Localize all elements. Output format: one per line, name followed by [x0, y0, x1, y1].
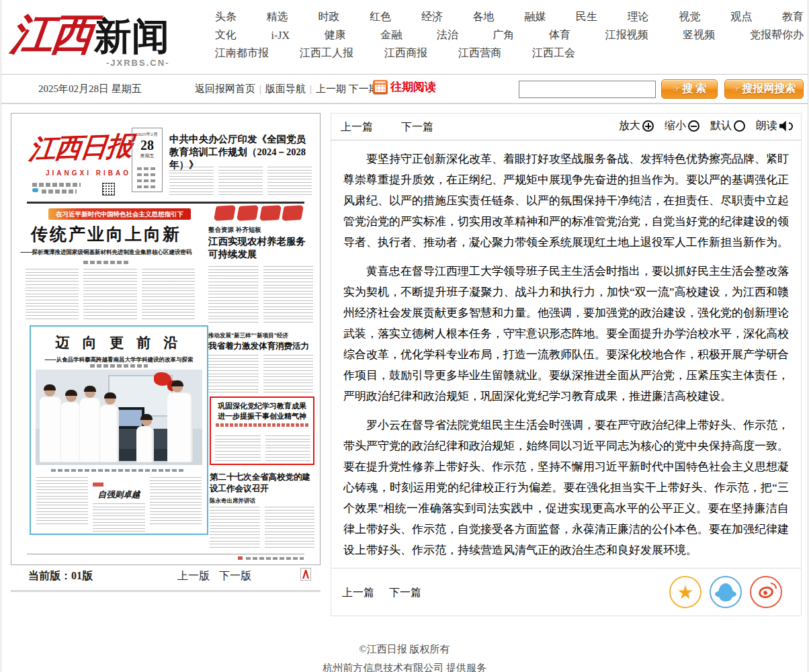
paper-top-headline: 中共中央办公厅印发《全国党员教育培训工作规划（2024－2028年）》	[169, 133, 312, 171]
nav-shizheng[interactable]: 时政	[318, 10, 339, 24]
prev-article-link[interactable]: 上一篇	[341, 120, 373, 134]
masthead-title: 江西日报	[28, 127, 134, 167]
feature-inner-headline: 自强则卓越	[93, 489, 144, 501]
nav-lilun[interactable]: 理论	[628, 10, 649, 24]
prev-article-link-bottom[interactable]: 上一篇	[342, 586, 374, 600]
nav-jiangxi-yingshang[interactable]: 江西营商	[458, 46, 501, 60]
archive-reading[interactable]: 往期阅读	[373, 79, 436, 95]
calendar-icon	[373, 80, 388, 94]
nav-jiaoyu[interactable]: 教育	[782, 10, 804, 24]
nav-row-3: 江南都市报 江西工人报 江西商报 江西营商 江西工会	[215, 44, 804, 62]
nav-jiangxi-gongrenbao[interactable]: 江西工人报	[300, 46, 353, 60]
archive-reading-link[interactable]: 往期阅读	[390, 79, 436, 95]
zoom-out-control[interactable]: 缩小	[665, 119, 699, 133]
red-label	[93, 482, 103, 487]
nav-jiangnan-dushibao[interactable]: 江南都市报	[215, 46, 269, 60]
back-home-link[interactable]: 返回报网首页	[195, 83, 255, 94]
default-size-control[interactable]: 默认	[710, 119, 745, 133]
nav-tiyu[interactable]: 体育	[549, 28, 570, 42]
search-button[interactable]: ☞ 搜 索	[661, 79, 718, 99]
nav-jiankang[interactable]: 健康	[325, 28, 346, 42]
nav-minsheng[interactable]: 民生	[576, 10, 597, 24]
nav-jiangxi-shangbao[interactable]: 江西商报	[384, 46, 427, 60]
next-article-link-bottom[interactable]: 下一篇	[389, 586, 421, 600]
paper-main-headline: 传统产业向上向新	[20, 223, 192, 245]
search-button-label: 搜 索	[682, 82, 706, 96]
nav-rongmei[interactable]: 融媒	[524, 10, 546, 24]
newspaper-page-image-frame: 江西日报 JIANGXI RIBAO 2025年2月 28 星期五 中共中央办公…	[11, 113, 321, 565]
qq-icon[interactable]	[710, 576, 742, 608]
separator: |	[310, 83, 312, 94]
date-box-small-text	[137, 167, 157, 170]
nav-jinrong[interactable]: 金融	[380, 28, 402, 42]
read-aloud-control[interactable]: 朗读	[756, 119, 793, 133]
pdf-icon[interactable]	[300, 568, 311, 581]
nav-shijue[interactable]: 视觉	[679, 10, 700, 24]
paper-credit-line	[246, 557, 304, 560]
nav-guandian[interactable]: 观点	[730, 10, 752, 24]
nav-jiangbao-video[interactable]: 江报视频	[605, 28, 648, 42]
nav-wenhua[interactable]: 文化	[215, 28, 237, 42]
speaker-icon	[779, 121, 793, 132]
default-size-label: 默认	[710, 119, 732, 133]
nav-jingxuan[interactable]: 精选	[267, 10, 288, 24]
faux-text-block	[215, 435, 310, 462]
article-paragraph: 黄喜忠在督导江西理工大学领导班子民主生活会时指出，要以抓好民主生活会整改落实为契…	[343, 261, 789, 407]
byline	[83, 261, 129, 264]
red-label	[238, 556, 243, 560]
nav-hongse[interactable]: 红色	[370, 10, 391, 24]
nav-jiangxi-gonghui[interactable]: 江西工会	[532, 46, 575, 60]
right-kicker: 整合资源 补齐短板	[208, 226, 261, 235]
qq-penguin-shape	[718, 583, 733, 601]
nav-row-1: 头条 精选 时政 红色 经济 各地 融媒 民生 理论 视觉 观点 教育	[215, 8, 804, 26]
photo-person	[61, 402, 81, 462]
masthead-date-box: 2025年2月 28 星期五	[132, 128, 163, 192]
search-input[interactable]	[519, 81, 656, 98]
feature-subtitle: ——从食品学科攀高跨越看南昌大学学科建设的改革与探索	[36, 356, 202, 364]
zoom-in-control[interactable]: 放大	[619, 119, 654, 133]
nav-gedi[interactable]: 各地	[473, 10, 495, 24]
issue-toolbar: 2025年02月28日 星期五 返回报网首页|版面导航|上一期 下一期| 往期阅…	[1, 74, 808, 104]
mid-kicker: 推动发展“新三样”“新项目”经济	[208, 332, 288, 340]
site-search-button[interactable]: ☞ 搜报网搜索	[724, 79, 804, 99]
next-page-link[interactable]: 下一版	[219, 570, 251, 581]
layout-nav-link[interactable]: 版面导航	[265, 83, 306, 94]
article-body: 要坚持守正创新深化改革、着眼打好攻坚战服务备战、发挥特色优势擦亮品牌、紧盯尊崇尊…	[331, 140, 801, 568]
next-article-link[interactable]: 下一篇	[401, 120, 433, 134]
weibo-wave-shape	[771, 583, 777, 589]
weibo-icon[interactable]	[750, 576, 782, 608]
logo-jiangxi-text: 江西	[7, 1, 95, 69]
faux-text-block: 自强则卓越	[36, 477, 202, 526]
nav-shu-video[interactable]: 竖视频	[683, 28, 715, 42]
article-toolbar: 上一篇 下一篇 放大 缩小 默认 朗读	[331, 114, 801, 140]
pointer-hand-icon: ☞	[732, 84, 740, 94]
page-version-nav: 当前版：01版 上一版 下一版	[11, 568, 321, 587]
zoom-in-circle-plus-icon	[642, 120, 654, 132]
nav-ijx[interactable]: i-JX	[271, 30, 290, 42]
red-slogan-banner: 在习近平新时代中国特色社会主义思想指引下	[48, 208, 191, 220]
nav-toutiao[interactable]: 头条	[215, 10, 237, 24]
faux-text-block	[210, 507, 314, 548]
prev-page-link[interactable]: 上一版	[177, 570, 210, 581]
site-logo[interactable]: 江西新闻 -JXRBS.CN-	[11, 1, 210, 73]
bottom-right-headline: 第二十七次全省高校党的建设工作会议召开	[210, 472, 314, 495]
nav-fazhi[interactable]: 法治	[437, 28, 458, 42]
photo-person	[100, 405, 119, 462]
qzone-icon[interactable]: ★	[669, 576, 701, 608]
date-box-small-text	[137, 173, 157, 176]
nav-dangbao-help[interactable]: 党报帮你办	[750, 28, 804, 42]
nav-guangjiao[interactable]: 广角	[493, 28, 515, 42]
prev-issue-link[interactable]: 上一期	[316, 83, 346, 94]
separator: |	[259, 83, 261, 94]
zoom-out-circle-minus-icon	[688, 120, 699, 132]
zoom-out-label: 缩小	[665, 119, 686, 133]
faux-text-block	[208, 355, 313, 394]
faux-text-block	[93, 503, 144, 533]
highlighted-article-box[interactable]: 巩固深化党纪学习教育成果 进一步提振干事创业精气神	[210, 396, 314, 465]
newspaper-page-image[interactable]: 江西日报 JIANGXI RIBAO 2025年2月 28 星期五 中共中央办公…	[16, 118, 315, 560]
masthead-small-text	[42, 190, 77, 194]
nav-jingji[interactable]: 经济	[421, 10, 443, 24]
bottom-right-sub: 陈永奇出席并讲话	[210, 497, 255, 505]
date-box-weekday: 星期五	[132, 153, 162, 159]
share-icons: ★	[669, 576, 782, 608]
